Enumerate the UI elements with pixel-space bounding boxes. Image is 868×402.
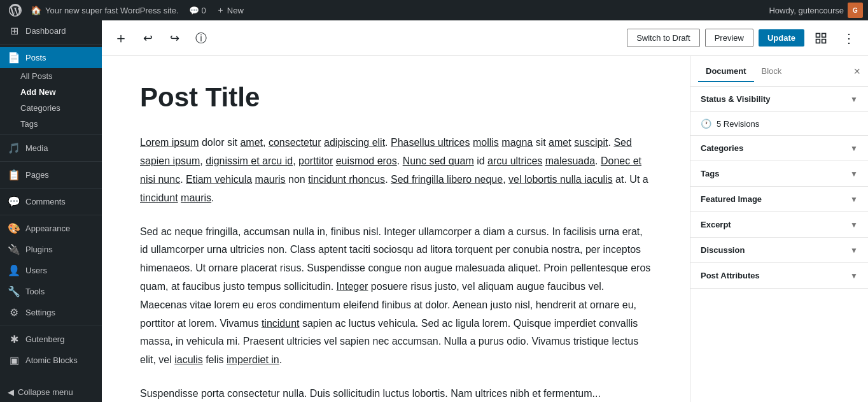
sidebar-item-comments-label: Comments xyxy=(25,197,66,206)
update-button[interactable]: Update xyxy=(759,29,804,47)
undo-button[interactable]: ↩ xyxy=(136,27,159,50)
plugins-icon: 🔌 xyxy=(8,243,20,255)
gutenberg-icon: ✱ xyxy=(8,333,20,345)
sidebar-subitem-categories[interactable]: Categories xyxy=(0,100,102,116)
post-title[interactable]: Post Title xyxy=(140,82,652,113)
close-panel-button[interactable]: × xyxy=(853,66,860,77)
preview-button[interactable]: Preview xyxy=(705,29,753,47)
sidebar-divider-3 xyxy=(0,161,102,162)
comments-nav-icon: 💬 xyxy=(8,196,20,208)
categories-title: Categories xyxy=(701,143,743,153)
panel-section-featured-image[interactable]: Featured Image ▼ xyxy=(690,187,868,212)
sidebar-item-gutenberg[interactable]: ✱ Gutenberg xyxy=(0,329,102,350)
wp-logo-icon[interactable] xyxy=(5,0,25,20)
panel-section-tags[interactable]: Tags ▼ xyxy=(690,161,868,187)
switch-to-draft-label: Switch to Draft xyxy=(636,33,690,43)
sidebar-item-media-label: Media xyxy=(25,143,48,153)
tags-title: Tags xyxy=(701,169,719,178)
redo-icon: ↪ xyxy=(170,31,179,45)
tab-block[interactable]: Block xyxy=(754,61,790,82)
collapse-arrow-icon: ◀ xyxy=(8,387,14,397)
sidebar-subitem-all-posts[interactable]: All Posts xyxy=(0,68,102,84)
sidebar-divider-6 xyxy=(0,326,102,326)
revisions-text: 5 Revisions xyxy=(717,119,759,129)
atomic-blocks-icon: ▣ xyxy=(8,354,20,366)
tags-chevron: ▼ xyxy=(850,169,858,178)
panel-section-status-visibility[interactable]: Status & Visibility ▼ xyxy=(690,87,868,112)
sidebar-item-media[interactable]: 🎵 Media xyxy=(0,138,102,159)
panel-section-excerpt[interactable]: Excerpt ▼ xyxy=(690,212,868,238)
editor-content-area: Post Title Lorem ipsum dolor sit amet, c… xyxy=(102,56,868,402)
house-icon: 🏠 xyxy=(31,5,41,15)
discussion-title: Discussion xyxy=(701,245,745,255)
featured-image-chevron: ▼ xyxy=(850,195,858,204)
admin-bar: 🏠 Your new super fast WordPress site. 💬 … xyxy=(0,0,868,20)
sidebar-item-users-label: Users xyxy=(25,266,47,275)
sidebar-item-atomic-blocks[interactable]: ▣ Atomic Blocks xyxy=(0,350,102,371)
admin-bar-site[interactable]: 🏠 Your new super fast WordPress site. xyxy=(25,5,184,15)
post-body: Lorem ipsum dolor sit amet, consectetur … xyxy=(140,134,652,402)
sidebar-item-settings-label: Settings xyxy=(25,308,55,317)
sidebar-item-users[interactable]: 👤 Users xyxy=(0,260,102,281)
panel-section-post-attributes[interactable]: Post Attributes ▼ xyxy=(690,263,868,289)
sidebar-item-plugins-label: Plugins xyxy=(25,245,53,254)
tab-document[interactable]: Document xyxy=(698,61,754,82)
status-visibility-chevron: ▼ xyxy=(850,95,858,104)
sidebar-item-appearance[interactable]: 🎨 Appearance xyxy=(0,218,102,239)
sidebar-subitem-add-new[interactable]: Add New xyxy=(0,84,102,100)
undo-icon: ↩ xyxy=(143,31,153,45)
collapse-menu-button[interactable]: ◀ Collapse menu xyxy=(0,382,102,402)
admin-bar-new[interactable]: ＋ New xyxy=(211,4,249,16)
avatar: G xyxy=(848,3,863,18)
sidebar-item-dashboard-label: Dashboard xyxy=(25,26,66,36)
all-posts-label: All Posts xyxy=(20,71,53,81)
collapse-menu-label: Collapse menu xyxy=(18,387,73,397)
appearance-icon: 🎨 xyxy=(8,222,20,234)
sidebar-subitem-tags[interactable]: Tags xyxy=(0,116,102,132)
sidebar-item-appearance-label: Appearance xyxy=(25,224,70,233)
info-button[interactable]: ⓘ xyxy=(190,27,213,50)
revisions-clock-icon: 🕐 xyxy=(701,118,711,129)
sidebar-item-dashboard[interactable]: ⊞ Dashboard xyxy=(0,20,102,41)
info-icon: ⓘ xyxy=(195,31,207,46)
panel-section-categories[interactable]: Categories ▼ xyxy=(690,136,868,161)
admin-bar-howdy[interactable]: Howdy, gutencourse G xyxy=(769,3,863,18)
post-content[interactable]: Post Title Lorem ipsum dolor sit amet, c… xyxy=(102,56,690,402)
post-attributes-chevron: ▼ xyxy=(850,271,858,280)
status-visibility-title: Status & Visibility xyxy=(701,94,771,104)
media-icon: 🎵 xyxy=(8,142,20,154)
panel-section-discussion[interactable]: Discussion ▼ xyxy=(690,238,868,263)
site-name: Your new super fast WordPress site. xyxy=(45,6,179,15)
featured-image-title: Featured Image xyxy=(701,194,762,204)
sidebar-item-plugins[interactable]: 🔌 Plugins xyxy=(0,239,102,260)
pages-icon: 📋 xyxy=(8,169,20,181)
switch-to-draft-button[interactable]: Switch to Draft xyxy=(627,29,700,47)
sidebar-item-atomic-blocks-label: Atomic Blocks xyxy=(25,355,78,365)
more-options-icon: ⋮ xyxy=(843,31,855,46)
sidebar-item-settings[interactable]: ⚙ Settings xyxy=(0,302,102,323)
revisions-row[interactable]: 🕐 5 Revisions xyxy=(690,112,868,136)
sidebar-item-posts[interactable]: 📄 Posts xyxy=(0,47,102,68)
sidebar: ⊞ Dashboard 📄 Posts All Posts Add New Ca… xyxy=(0,20,102,402)
sidebar-bottom: ◀ Collapse menu xyxy=(0,382,102,402)
sidebar-divider-4 xyxy=(0,188,102,189)
post-attributes-title: Post Attributes xyxy=(701,271,760,280)
sidebar-item-comments[interactable]: 💬 Comments xyxy=(0,191,102,212)
settings-panel-button[interactable] xyxy=(809,27,832,50)
sidebar-item-pages[interactable]: 📋 Pages xyxy=(0,164,102,185)
document-tab-label: Document xyxy=(706,66,746,76)
plus-icon: ＋ xyxy=(216,4,225,16)
more-options-button[interactable]: ⋮ xyxy=(837,27,860,50)
sidebar-item-tools[interactable]: 🔧 Tools xyxy=(0,281,102,302)
main-layout: ⊞ Dashboard 📄 Posts All Posts Add New Ca… xyxy=(0,20,868,402)
add-block-button[interactable]: ＋ xyxy=(109,27,132,50)
sidebar-item-tools-label: Tools xyxy=(25,287,45,296)
redo-button[interactable]: ↪ xyxy=(163,27,186,50)
right-panel: Document Block × Status & Visibility ▼ xyxy=(690,56,868,402)
update-label: Update xyxy=(767,33,795,43)
comments-count: 0 xyxy=(202,6,206,15)
admin-bar-comments[interactable]: 💬 0 xyxy=(184,6,211,15)
preview-label: Preview xyxy=(715,33,744,43)
sidebar-divider-5 xyxy=(0,215,102,215)
posts-icon: 📄 xyxy=(8,52,20,64)
